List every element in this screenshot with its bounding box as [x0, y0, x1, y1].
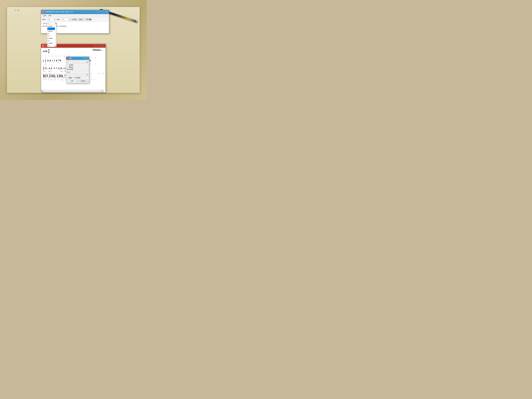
dropdown-item-GbA[interactable]: #G/bA: [47, 42, 55, 44]
row2-notes: 5 6: [49, 67, 52, 70]
dropdown-item-E[interactable]: E: [47, 32, 55, 35]
middle-tone-label: 中音: [67, 71, 88, 73]
accidental-radio-group: 升[#]号 降[b]号 无升降: [67, 64, 88, 70]
dropdown-item-C[interactable]: C: [47, 23, 55, 25]
app-icon: ♪: [42, 11, 44, 13]
target-key-label: 转调：: [57, 19, 61, 20]
edit-value-select[interactable]: 7: [67, 61, 88, 63]
scroll-up-button[interactable]: ▲: [55, 23, 57, 24]
middle-tone-select[interactable]: [67, 74, 88, 76]
time-sig-bottom: 4: [48, 51, 49, 54]
radio-flat-label: 降[b]号: [69, 66, 73, 68]
radio-none-label: 无升降: [69, 69, 73, 70]
key-dropdown[interactable]: C bD/#C D bE/#D E F #F/bG G #G/bA A ▲ ▼: [47, 23, 57, 47]
result-minimize-button[interactable]: —: [94, 45, 97, 47]
edit-title: 修改: [69, 57, 82, 59]
dropdown-item-F[interactable]: F: [47, 35, 55, 37]
menu-about[interactable]: 关于: [47, 14, 53, 17]
radio-sharp-input[interactable]: [67, 64, 69, 66]
edit-ok-button[interactable]: OK: [67, 80, 77, 82]
row2-bar: |: [63, 67, 64, 70]
delete-label: 删除！（不可修复）: [69, 77, 82, 79]
dropdown-item-D[interactable]: D: [47, 27, 55, 30]
hscroll-track: [44, 91, 101, 92]
scroll-down-button[interactable]: ▼: [55, 45, 57, 47]
edit-close-button[interactable]: ✕: [86, 57, 88, 59]
maximize-button[interactable]: □: [101, 11, 104, 13]
main-title: 简谱转调工具 JainPu Easy Trans v 1.0: [45, 11, 95, 13]
row2-notes3: 1 7 6: [58, 67, 62, 70]
hscroll-left-button[interactable]: ◄: [41, 90, 44, 92]
minimize-button[interactable]: —: [96, 11, 100, 13]
export-button[interactable]: 导出 ⬛: [85, 18, 92, 21]
main-titlebar: ♪ 简谱转调工具 JainPu Easy Trans v 1.0 — □ ✕: [41, 10, 109, 14]
time-sig-top: 4: [48, 49, 49, 51]
hscroll-right-button[interactable]: ►: [101, 90, 104, 92]
dropdown-item-bED[interactable]: bE/#D: [47, 30, 55, 32]
main-menubar: 文件 关于: [41, 14, 109, 17]
edit-titlebar: ✎ 修改 ? ✕: [66, 57, 89, 60]
edit-action-buttons: OK Cancel: [67, 80, 88, 82]
scroll-track: [55, 24, 57, 45]
dropdown-item-bDC[interactable]: bD/#C: [47, 25, 55, 27]
dropdown-scrollbar[interactable]: ▲ ▼: [55, 23, 57, 47]
delete-checkbox-row: 删除！（不可修复）: [67, 77, 88, 79]
notation-key: 1=D: [43, 50, 47, 53]
edit-dialog-icon: ✎: [67, 57, 69, 59]
original-key-select[interactable]: D: [48, 18, 56, 21]
result-close-button[interactable]: ✕: [101, 45, 105, 47]
dropdown-item-G[interactable]: G: [47, 40, 55, 42]
edit-dialog: ✎ 修改 ? ✕ 7 升[#]号 降[b]号 无升降: [66, 57, 89, 83]
time-signature: 4 4: [48, 49, 49, 54]
song-title-partial: Despa...: [93, 48, 102, 51]
result-maximize-button[interactable]: □: [97, 45, 101, 47]
edit-help-button[interactable]: ?: [83, 57, 85, 59]
target-key-select[interactable]: C: [62, 18, 70, 21]
radio-flat[interactable]: 降[b]号: [67, 66, 88, 68]
radio-none[interactable]: 无升降: [67, 69, 88, 70]
result-hscrollbar[interactable]: ◄ ►: [41, 90, 104, 92]
radio-flat-input[interactable]: [67, 66, 69, 68]
notebook-handwriting: 小 小: [14, 9, 20, 12]
play-icon: [72, 19, 73, 20]
dropdown-item-FbG[interactable]: #F/bG: [47, 37, 55, 40]
radio-none-input[interactable]: [67, 69, 69, 70]
correct-button[interactable]: 修正 ✎: [78, 18, 84, 21]
row2-note6: 6 ): [45, 67, 48, 70]
radio-sharp-label: 升[#]号: [69, 64, 73, 66]
recognize-button[interactable]: 识别: [71, 18, 77, 21]
close-button[interactable]: ✕: [105, 11, 108, 13]
main-toolbar: 原调： D 转调： C 识别 修正 ✎ 导出 ⬛: [41, 17, 109, 22]
radio-sharp[interactable]: 升[#]号: [67, 64, 88, 66]
row2-notes2: 6 7: [52, 67, 57, 70]
edit-value-row: 7: [67, 61, 88, 63]
menu-file[interactable]: 文件: [42, 14, 47, 17]
row2-timesig: 4 4: [43, 66, 44, 70]
edit-cancel-button[interactable]: Cancel: [78, 80, 88, 82]
dropdown-item-A[interactable]: A: [47, 44, 55, 47]
edit-content: 7 升[#]号 降[b]号 无升降 中音 删除！（不可修: [66, 60, 89, 83]
original-key-label: 原调：: [42, 19, 47, 20]
result-icon: ✎: [42, 45, 44, 47]
delete-checkbox[interactable]: [67, 77, 69, 79]
